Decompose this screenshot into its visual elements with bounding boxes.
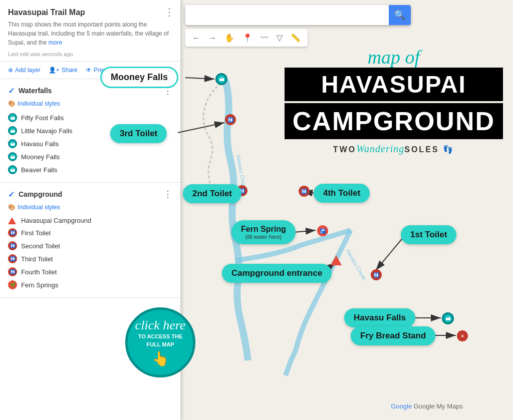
toilet-icon: 🚻 <box>8 254 17 263</box>
click-circle-hand-icon: 👆 <box>152 350 169 367</box>
list-item: 🏔 Fifty Foot Falls <box>8 111 172 124</box>
preview-icon: 👁 <box>86 67 92 74</box>
redo-button[interactable]: → <box>205 31 219 45</box>
click-circle-text1: click here <box>135 318 186 333</box>
campground-style-link[interactable]: 🎨 Individual styles <box>8 204 172 211</box>
sidebar-menu-button[interactable]: ⋮ <box>164 6 174 18</box>
brand-wandering: Wandering <box>356 143 404 154</box>
map-brand: TWOWanderingSOLES 👣 <box>285 143 503 155</box>
waterfall-icon: 🏔 <box>8 165 17 174</box>
map-title-havasupai: HAVASUPAI <box>285 68 503 101</box>
toilet-icon: 🚻 <box>8 241 17 250</box>
waterfall-icon: 🏔 <box>8 113 17 122</box>
more-link[interactable]: more <box>49 39 62 46</box>
callout-campground-entrance: Campground entrance <box>222 264 332 283</box>
campground-layer-section: ✓ Campground ⋮ 🎨 Individual styles Havas… <box>0 183 180 298</box>
marker-3rd-toilet[interactable]: 🚻 <box>225 114 236 125</box>
waterfalls-style-link[interactable]: 🎨 Individual styles <box>8 100 172 107</box>
map-title-script: map of <box>285 48 503 67</box>
google-branding: Google Google My Maps <box>391 402 463 410</box>
campground-checkbox[interactable]: ✓ <box>8 190 15 199</box>
list-item: 🚻 First Toilet <box>8 226 172 239</box>
marker-4th-toilet[interactable]: 🚻 <box>299 186 310 197</box>
list-item: 🏔 Mooney Falls <box>8 150 172 163</box>
brand-soles: SOLES 👣 <box>404 145 454 154</box>
share-icon: 👤+ <box>49 67 60 74</box>
campground-layer-title: ✓ Campground <box>8 190 62 199</box>
callout-fern-spring: Fern Spring (fill water here) <box>231 220 296 244</box>
waterfalls-layer-title: ✓ Waterfalls <box>8 86 52 96</box>
brand-two: TWO <box>333 145 356 154</box>
list-item: 🚻 Fourth Toilet <box>8 265 172 278</box>
click-here-circle[interactable]: click here to access theFULL MAP 👆 <box>125 307 195 377</box>
search-input[interactable] <box>185 11 389 19</box>
list-item: Havasupai Campground <box>8 215 172 226</box>
share-button[interactable]: 👤+ Share <box>49 67 78 74</box>
last-edit: Last edit was seconds ago <box>8 51 172 57</box>
campground-layer-menu[interactable]: ⋮ <box>163 189 172 200</box>
layers-icon: ⊕ <box>8 67 13 74</box>
campground-layer-header: ✓ Campground ⋮ <box>8 189 172 200</box>
marker-button[interactable]: 📍 <box>239 31 255 45</box>
my-maps-text: Google My Maps <box>414 402 463 410</box>
sidebar-title: Havasupai Trail Map <box>8 8 172 17</box>
sidebar-header: Havasupai Trail Map This map shows the m… <box>0 0 180 62</box>
map-title-overlay: map of HAVASUPAI CAMPGROUND TWOWandering… <box>285 48 503 155</box>
line-button[interactable]: 〰 <box>258 31 272 45</box>
search-icon: 🔍 <box>394 10 405 21</box>
marker-fry-bread[interactable]: ✕ <box>457 330 468 341</box>
campground-triangle-icon <box>8 217 16 224</box>
undo-button[interactable]: ← <box>189 31 203 45</box>
callout-fry-bread-stand: Fry Bread Stand <box>351 326 435 345</box>
paint-icon: 🎨 <box>8 204 16 211</box>
marker-havasu-falls[interactable]: 🏔 <box>442 312 454 324</box>
google-text: Google <box>391 402 412 410</box>
toilet-icon: 🚻 <box>8 267 17 276</box>
waterfalls-checkbox[interactable]: ✓ <box>8 86 15 96</box>
marker-fern-spring[interactable]: 🚰 <box>317 225 328 236</box>
callout-3rd-toilet: 3rd Toilet <box>110 124 167 143</box>
waterfall-icon: 🏔 <box>8 126 17 135</box>
callout-2nd-toilet: 2nd Toilet <box>183 184 241 203</box>
add-layer-button[interactable]: ⊕ Add layer <box>8 67 41 74</box>
list-item: 🌿 Fern Springs <box>8 278 172 291</box>
filter-button[interactable]: ▽ <box>274 31 286 45</box>
svg-text:Havasu Creek: Havasu Creek <box>345 248 367 281</box>
callout-4th-toilet: 4th Toilet <box>314 184 370 203</box>
list-item: 🏔 Beaver Falls <box>8 163 172 176</box>
marker-mooney-falls[interactable]: 🏔 <box>215 73 227 85</box>
map-toolbar: ← → ✋ 📍 〰 ▽ 📏 <box>185 29 308 47</box>
svg-text:Havasu Creek: Havasu Creek <box>235 154 247 190</box>
marker-campground-entrance[interactable] <box>331 255 342 265</box>
click-circle-text2: to access theFULL MAP <box>138 333 183 348</box>
sidebar-description: This map shows the most important points… <box>8 20 172 47</box>
marker-1st-toilet[interactable]: 🚻 <box>371 269 382 280</box>
waterfall-icon: 🏔 <box>8 139 17 148</box>
list-item: 🚻 Third Toilet <box>8 252 172 265</box>
search-bar: 🔍 <box>185 5 411 25</box>
search-button[interactable]: 🔍 <box>389 5 411 25</box>
callout-havasu-falls: Havasu Falls <box>344 308 415 327</box>
callout-1st-toilet: 1st Toilet <box>401 225 456 244</box>
toilet-icon: 🚻 <box>8 228 17 237</box>
map-title-campground: CAMPGROUND <box>285 103 503 139</box>
callout-mooney-falls: Mooney Falls <box>100 67 178 88</box>
pan-button[interactable]: ✋ <box>221 31 237 45</box>
fern-icon: 🌿 <box>8 280 17 289</box>
paint-icon: 🎨 <box>8 100 16 107</box>
ruler-button[interactable]: 📏 <box>288 31 304 45</box>
list-item: 🚻 Second Toilet <box>8 239 172 252</box>
waterfall-icon: 🏔 <box>8 152 17 161</box>
